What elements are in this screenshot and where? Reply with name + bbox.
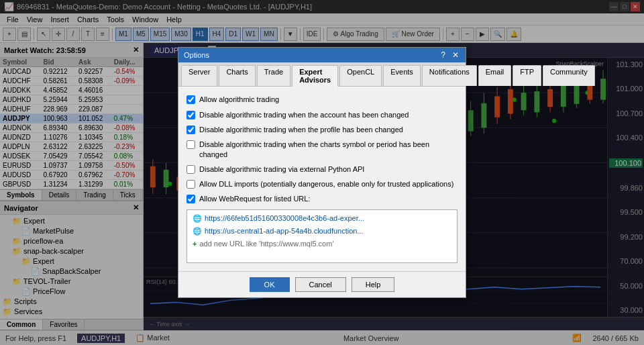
modal-overlay: Options ? ✕ Server Charts Trade Expert A…	[0, 0, 644, 345]
modal-tabs: Server Charts Trade Expert Advisors Open…	[178, 62, 466, 87]
checkbox-allow-dll-label: Allow DLL imports (potentially dangerous…	[199, 179, 453, 189]
modal-tab-notifications[interactable]: Notifications	[422, 65, 477, 86]
checkbox-allow-algo-label: Allow algorithmic trading	[199, 95, 279, 104]
modal-tab-charts[interactable]: Charts	[219, 65, 255, 86]
options-modal: Options ? ✕ Server Charts Trade Expert A…	[178, 47, 466, 297]
modal-footer: OK Cancel Help	[178, 271, 466, 297]
modal-title: Options	[184, 51, 209, 59]
checkbox-disable-symbol-input[interactable]	[186, 140, 195, 149]
url-add-icon: +	[193, 240, 197, 248]
cancel-button[interactable]: Cancel	[295, 277, 346, 292]
checkbox-disable-profile-label: Disable algorithmic trading when the pro…	[199, 125, 403, 134]
checkbox-allow-webrequest-label: Allow WebRequest for listed URL:	[199, 194, 310, 203]
ok-button[interactable]: OK	[250, 277, 290, 292]
modal-body: Allow algorithmic trading Disable algori…	[178, 87, 466, 270]
url-text-1: https://66feb51d51600330008e4c3b6-ad-exp…	[205, 214, 364, 222]
url-text-2: https://us-central1-ad-app-54a4b.cloudfu…	[205, 227, 364, 235]
url-add-item[interactable]: + add new URL like 'https://www.mql5.com…	[190, 238, 454, 249]
modal-tab-community[interactable]: Community	[543, 65, 595, 86]
checkbox-disable-python: Disable algorithmic trading via external…	[186, 164, 458, 174]
modal-close-button[interactable]: ✕	[451, 50, 460, 60]
modal-title-bar: Options ? ✕	[178, 48, 466, 62]
url-list: 🌐 https://66feb51d51600330008e4c3b6-ad-e…	[186, 209, 458, 263]
checkbox-disable-profile-input[interactable]	[186, 126, 195, 134]
modal-tab-events[interactable]: Events	[383, 65, 421, 86]
checkbox-allow-webrequest-input[interactable]	[186, 195, 195, 203]
url-icon-1: 🌐	[193, 214, 202, 223]
url-add-label: add new URL like 'https://www.mql5.com'	[199, 240, 333, 248]
modal-tab-opencl[interactable]: OpenCL	[339, 65, 382, 86]
checkbox-disable-symbol: Disable algorithmic trading when the cha…	[186, 140, 458, 159]
checkbox-disable-account-input[interactable]	[186, 111, 195, 119]
checkbox-allow-algo: Allow algorithmic trading	[186, 95, 458, 104]
modal-tab-email[interactable]: Email	[478, 65, 512, 86]
url-item-2[interactable]: 🌐 https://us-central1-ad-app-54a4b.cloud…	[190, 226, 454, 237]
checkbox-disable-account-label: Disable algorithmic trading when the acc…	[199, 110, 409, 119]
modal-title-controls: ? ✕	[439, 50, 460, 60]
checkbox-allow-algo-input[interactable]	[186, 95, 195, 104]
modal-tab-expert-advisors[interactable]: Expert Advisors	[292, 65, 338, 87]
checkbox-disable-account: Disable algorithmic trading when the acc…	[186, 110, 458, 119]
checkbox-allow-dll-input[interactable]	[186, 180, 195, 189]
modal-tab-ftp[interactable]: FTP	[513, 65, 541, 86]
checkbox-disable-profile: Disable algorithmic trading when the pro…	[186, 125, 458, 134]
modal-tab-trade[interactable]: Trade	[257, 65, 290, 86]
modal-tab-server[interactable]: Server	[181, 65, 217, 86]
checkbox-disable-python-label: Disable algorithmic trading via external…	[199, 164, 364, 174]
checkbox-allow-webrequest: Allow WebRequest for listed URL:	[186, 194, 458, 203]
help-button[interactable]: Help	[352, 277, 395, 292]
checkbox-disable-python-input[interactable]	[186, 165, 195, 174]
checkbox-allow-dll: Allow DLL imports (potentially dangerous…	[186, 179, 458, 189]
url-item-1[interactable]: 🌐 https://66feb51d51600330008e4c3b6-ad-e…	[190, 213, 454, 224]
checkbox-disable-symbol-label: Disable algorithmic trading when the cha…	[199, 140, 458, 159]
modal-help-button[interactable]: ?	[439, 50, 447, 60]
url-icon-2: 🌐	[193, 227, 202, 236]
